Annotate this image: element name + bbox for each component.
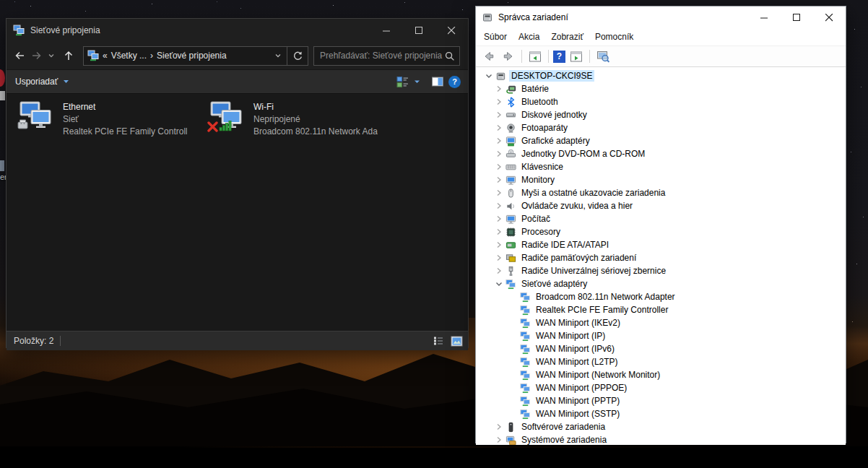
tree-item-label[interactable]: Monitory <box>519 174 557 186</box>
tree-item-label[interactable]: WAN Miniport (IKEv2) <box>534 317 622 329</box>
chevron-right-icon[interactable] <box>493 252 505 264</box>
tree-item[interactable]: Myši a ostatné ukazovacie zariadenia <box>476 186 846 199</box>
tree-item-label[interactable]: WAN Miniport (IPv6) <box>534 343 617 355</box>
tree-item[interactable]: Radiče Univerzálnej sériovej zbernice <box>476 264 846 277</box>
chevron-right-icon[interactable] <box>493 135 505 147</box>
tree-item-label[interactable]: Realtek PCIe FE Family Controller <box>534 304 670 316</box>
preview-pane-icon[interactable] <box>431 76 444 87</box>
menu-item-zobraziť[interactable]: Zobraziť <box>545 30 589 44</box>
details-view-icon[interactable] <box>430 334 446 348</box>
address-bar[interactable]: « Všetky ... › Sieťové pripojenia <box>83 46 308 66</box>
tree-item-label[interactable]: WAN Miniport (L2TP) <box>534 356 620 368</box>
tree-item-label[interactable]: Radiče pamäťových zariadení <box>519 252 638 264</box>
chevron-right-icon[interactable] <box>493 83 505 95</box>
search-input[interactable]: Prehľadávať: Sieťové pripojenia <box>313 46 460 66</box>
tree-item-label[interactable]: WAN Miniport (Network Monitor) <box>534 369 662 381</box>
tree-item[interactable]: WAN Miniport (SSTP) <box>476 407 846 420</box>
view-options-icon[interactable] <box>396 76 409 88</box>
tree-item[interactable]: WAN Miniport (IKEv2) <box>476 316 846 329</box>
breadcrumb-separator[interactable]: › <box>150 51 153 61</box>
tree-item-label[interactable]: Softvérové zariadenia <box>519 421 607 433</box>
tree-item-label[interactable]: Diskové jednotky <box>519 109 589 121</box>
maximize-button[interactable] <box>781 6 813 28</box>
tree-item-label[interactable]: Radiče Univerzálnej sériovej zbernice <box>519 265 668 277</box>
dm-titlebar[interactable]: Správca zariadení <box>476 6 846 28</box>
tree-item[interactable]: Broadcom 802.11n Network Adapter <box>476 290 846 303</box>
help-icon[interactable]: ? <box>553 51 565 63</box>
chevron-right-icon[interactable] <box>493 200 505 212</box>
tree-item[interactable]: Jednotky DVD-ROM a CD-ROM <box>476 147 846 160</box>
tree-item[interactable]: Radiče IDE ATA/ATAPI <box>476 238 846 251</box>
menu-item-pomocník[interactable]: Pomocník <box>589 30 639 44</box>
chevron-right-icon[interactable] <box>493 96 505 108</box>
tree-item[interactable]: Klávesnice <box>476 160 846 173</box>
view-options-dropdown-icon[interactable] <box>413 78 421 85</box>
minimize-button[interactable] <box>370 19 403 42</box>
breadcrumb-root[interactable]: Všetky ... <box>111 51 147 61</box>
chevron-down-icon[interactable] <box>483 70 495 82</box>
back-button[interactable] <box>11 46 28 65</box>
chevron-right-icon[interactable] <box>493 161 505 173</box>
tree-item-label[interactable]: Systémové zariadenia <box>519 434 609 445</box>
tree-item[interactable]: WAN Miniport (IP) <box>476 329 846 342</box>
chevron-right-icon[interactable] <box>493 148 505 160</box>
tree-item-label[interactable]: Myši a ostatné ukazovacie zariadenia <box>519 187 667 199</box>
tree-item[interactable]: WAN Miniport (Network Monitor) <box>476 368 846 381</box>
history-dropdown-icon[interactable] <box>45 46 57 65</box>
tree-item-label[interactable]: Klávesnice <box>519 161 565 173</box>
tree-item-label[interactable]: Batérie <box>519 83 551 95</box>
chevron-down-icon[interactable] <box>493 278 505 290</box>
chevron-right-icon[interactable] <box>493 434 505 445</box>
tree-item-label[interactable]: WAN Miniport (SSTP) <box>534 408 622 420</box>
address-dropdown-icon[interactable] <box>274 52 282 59</box>
thumbnail-view-icon[interactable] <box>448 334 464 348</box>
chevron-right-icon[interactable] <box>493 265 505 277</box>
organize-button[interactable]: Usporiadať <box>15 77 71 87</box>
properties-icon[interactable] <box>568 48 585 65</box>
explorer-titlebar[interactable]: Sieťové pripojenia <box>6 19 468 42</box>
connection-item-ethernet[interactable]: EthernetSieťRealtek PCIe FE Family Contr… <box>17 101 187 138</box>
tree-item[interactable]: Monitory <box>476 173 846 186</box>
tree-item[interactable]: Procesory <box>476 225 846 238</box>
tree-item[interactable]: Fotoaparáty <box>476 121 846 134</box>
tree-item[interactable]: Realtek PCIe FE Family Controller <box>476 303 846 316</box>
maximize-button[interactable] <box>403 19 435 42</box>
tree-item-label[interactable]: WAN Miniport (PPTP) <box>534 395 622 407</box>
help-icon[interactable]: ? <box>448 76 461 88</box>
tree-item[interactable]: Diskové jednotky <box>476 108 846 121</box>
tree-item[interactable]: WAN Miniport (L2TP) <box>476 355 846 368</box>
chevron-right-icon[interactable] <box>493 122 505 134</box>
tree-item-label[interactable]: Sieťové adaptéry <box>519 278 589 290</box>
tree-item-label[interactable]: DESKTOP-CKCI9SE <box>509 70 594 82</box>
tree-item[interactable]: WAN Miniport (PPPOE) <box>476 381 846 394</box>
refresh-button[interactable] <box>287 47 308 65</box>
back-icon[interactable] <box>480 48 498 65</box>
chevron-right-icon[interactable] <box>493 174 505 186</box>
minimize-button[interactable] <box>748 6 781 28</box>
show-console-tree-icon[interactable] <box>526 48 544 65</box>
dm-tree[interactable]: DESKTOP-CKCI9SEBatérieBluetoothDiskové j… <box>476 67 846 445</box>
tree-item[interactable]: Sieťové adaptéry <box>476 277 846 290</box>
tree-item-label[interactable]: Broadcom 802.11n Network Adapter <box>534 291 677 303</box>
chevron-right-icon[interactable] <box>493 421 505 433</box>
forward-icon[interactable] <box>500 48 517 65</box>
search-icon[interactable] <box>444 51 455 61</box>
tree-item[interactable]: DESKTOP-CKCI9SE <box>476 69 846 82</box>
tree-item-label[interactable]: Jednotky DVD-ROM a CD-ROM <box>519 148 647 160</box>
tree-item-label[interactable]: Ovládače zvuku, videa a hier <box>519 200 635 212</box>
tree-item[interactable]: Radiče pamäťových zariadení <box>476 251 846 264</box>
tree-item[interactable]: Batérie <box>476 82 846 95</box>
scan-hardware-icon[interactable] <box>594 48 612 65</box>
tree-item[interactable]: Bluetooth <box>476 95 846 108</box>
close-button[interactable] <box>435 19 468 42</box>
tree-item[interactable]: Grafické adaptéry <box>476 134 846 147</box>
chevron-right-icon[interactable] <box>493 213 505 225</box>
tree-item-label[interactable]: WAN Miniport (PPPOE) <box>534 382 629 394</box>
tree-item[interactable]: WAN Miniport (PPTP) <box>476 394 846 407</box>
chevron-right-icon[interactable] <box>493 187 505 199</box>
chevron-right-icon[interactable] <box>493 226 505 238</box>
explorer-content[interactable]: EthernetSieťRealtek PCIe FE Family Contr… <box>6 94 468 331</box>
breadcrumb-guillemet[interactable]: « <box>103 51 108 61</box>
tree-item[interactable]: WAN Miniport (IPv6) <box>476 342 846 355</box>
tree-item-label[interactable]: Grafické adaptéry <box>519 135 592 147</box>
